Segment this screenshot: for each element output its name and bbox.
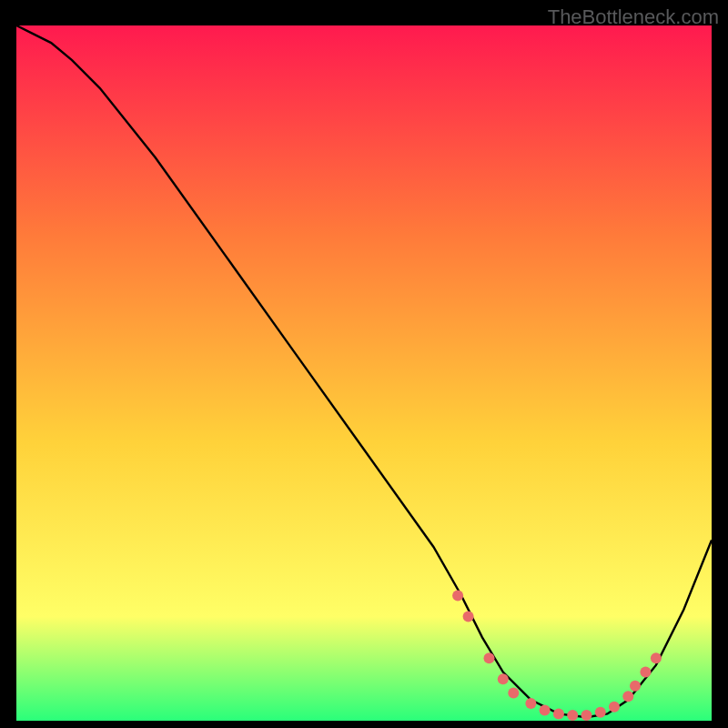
marker-dot [463, 611, 474, 622]
marker-dot [595, 707, 606, 718]
marker-dot [622, 691, 633, 702]
chart-container: TheBottleneck.com [0, 0, 728, 728]
marker-dot [567, 710, 578, 721]
marker-dot [484, 652, 495, 663]
attribution-text: TheBottleneck.com [548, 5, 719, 29]
marker-dot [498, 673, 509, 684]
marker-dot [508, 687, 519, 698]
marker-dot [452, 591, 463, 602]
marker-dot [525, 698, 536, 709]
marker-dot [581, 710, 592, 721]
marker-dot [640, 667, 651, 678]
marker-dot [651, 652, 662, 663]
bottleneck-chart [16, 25, 712, 721]
marker-dot [540, 705, 551, 716]
marker-dot [630, 681, 641, 692]
marker-dot [553, 708, 564, 719]
plot-background [16, 25, 712, 721]
marker-dot [609, 702, 620, 713]
